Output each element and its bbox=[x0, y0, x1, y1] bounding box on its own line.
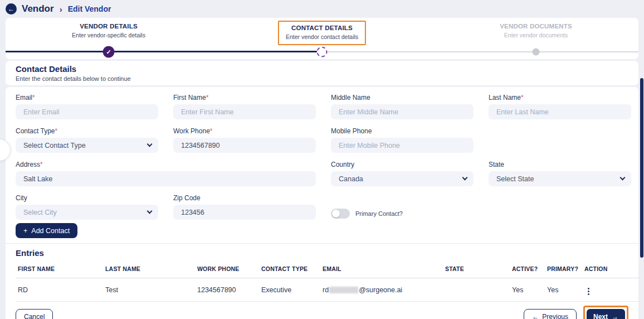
required-marker: * bbox=[55, 127, 58, 135]
col-action: ACTION bbox=[582, 261, 640, 278]
chevron-down-icon bbox=[462, 175, 468, 181]
city-value: Select City bbox=[23, 209, 57, 216]
col-work-phone: WORK PHONE bbox=[195, 261, 259, 278]
annotation-highlight-next: Next → bbox=[583, 306, 628, 319]
primary-contact-group: Primary Contact? bbox=[331, 194, 474, 220]
page-subtitle: Enter the contact details below to conti… bbox=[16, 75, 628, 82]
previous-label: Previous bbox=[542, 313, 568, 319]
last-name-field-group: Last Name* bbox=[489, 94, 631, 119]
next-button[interactable]: Next → bbox=[587, 309, 625, 319]
zip-code-field[interactable] bbox=[173, 205, 316, 220]
step-subtitle: Enter vendor documents bbox=[500, 32, 572, 38]
contact-type-select[interactable]: Select Contact Type bbox=[16, 138, 158, 153]
stepper-progress bbox=[6, 51, 322, 52]
middle-name-field[interactable] bbox=[331, 104, 474, 119]
country-select[interactable]: Canada bbox=[331, 171, 474, 186]
step-vendor-documents[interactable]: VENDOR DOCUMENTS Enter vendor documents bbox=[500, 23, 572, 38]
zip-code-label: Zip Code bbox=[173, 194, 316, 202]
country-label: Country bbox=[331, 161, 474, 168]
col-state: STATE bbox=[443, 261, 510, 278]
arrow-left-icon: ← bbox=[532, 313, 539, 319]
cell-contact-type: Executive bbox=[259, 278, 320, 302]
address-field[interactable] bbox=[16, 171, 316, 186]
col-primary: PRIMARY? bbox=[545, 261, 582, 278]
redacted-blur bbox=[329, 287, 358, 293]
email-field-group: Email* bbox=[16, 94, 158, 119]
work-phone-label: Work Phone bbox=[173, 127, 210, 135]
email-suffix: @surgeone.ai bbox=[359, 286, 402, 294]
chevron-down-icon bbox=[620, 175, 626, 181]
cell-email: rd@surgeone.ai bbox=[320, 278, 443, 302]
footer-actions: Cancel ← Previous Next → bbox=[16, 306, 628, 319]
annotation-highlight-contact-details[interactable]: CONTACT DETAILS Enter vendor contact det… bbox=[278, 21, 366, 45]
country-value: Canada bbox=[339, 175, 363, 183]
add-contact-label: Add Contact bbox=[31, 227, 70, 235]
entries-title: Entries bbox=[16, 248, 638, 258]
address-field-group: Address* bbox=[16, 161, 316, 186]
address-label: Address bbox=[16, 161, 40, 168]
cell-primary: Yes bbox=[545, 278, 582, 302]
cancel-button[interactable]: Cancel bbox=[16, 309, 53, 319]
state-label: State bbox=[489, 161, 631, 168]
required-marker: * bbox=[32, 94, 35, 102]
step-subtitle: Enter vendor contact details bbox=[286, 33, 358, 40]
required-marker: * bbox=[40, 161, 43, 168]
step-title: VENDOR DOCUMENTS bbox=[500, 23, 572, 30]
vertical-scrollbar[interactable] bbox=[640, 78, 643, 258]
cancel-label: Cancel bbox=[24, 313, 45, 319]
cell-active: Yes bbox=[510, 278, 545, 302]
col-active: ACTIVE? bbox=[510, 261, 545, 278]
step-completed-check-icon: ✓ bbox=[103, 46, 115, 58]
email-label: Email bbox=[16, 94, 32, 102]
mobile-phone-label: Mobile Phone bbox=[331, 127, 474, 135]
step-title: CONTACT DETAILS bbox=[286, 25, 358, 31]
cell-state bbox=[443, 278, 510, 302]
back-icon[interactable]: ← bbox=[6, 3, 17, 14]
state-field-group: State Select State bbox=[489, 161, 631, 186]
wizard-stepper: VENDOR DETAILS Enter vendor-specific det… bbox=[6, 18, 638, 59]
toggle-knob bbox=[332, 210, 340, 218]
contact-type-label: Contact Type bbox=[16, 127, 55, 135]
col-email: EMAIL bbox=[320, 261, 443, 278]
cell-work-phone: 1234567890 bbox=[195, 278, 259, 302]
state-select[interactable]: Select State bbox=[489, 171, 631, 186]
step-current-dot-icon bbox=[317, 47, 328, 57]
plus-icon: + bbox=[23, 227, 27, 235]
contact-type-field-group: Contact Type* Select Contact Type bbox=[16, 127, 158, 153]
zip-code-field-group: Zip Code bbox=[173, 194, 316, 220]
next-label: Next bbox=[593, 313, 608, 319]
required-marker: * bbox=[521, 94, 524, 102]
breadcrumb-current: Edit Vendor bbox=[68, 4, 111, 13]
work-phone-field-group: Work Phone* bbox=[173, 127, 316, 153]
last-name-label: Last Name bbox=[489, 94, 521, 102]
city-field-group: City Select City bbox=[16, 194, 158, 220]
work-phone-field[interactable] bbox=[173, 138, 316, 153]
last-name-field[interactable] bbox=[489, 104, 631, 119]
mobile-phone-field-group: Mobile Phone bbox=[331, 127, 474, 153]
divider bbox=[6, 243, 638, 244]
breadcrumb-root[interactable]: Vendor bbox=[22, 3, 54, 14]
primary-contact-label: Primary Contact? bbox=[355, 210, 403, 217]
kebab-menu-icon[interactable] bbox=[584, 287, 593, 296]
table-row: RD Test 1234567890 Executive rd@surgeone… bbox=[16, 278, 640, 302]
city-select[interactable]: Select City bbox=[16, 205, 158, 220]
middle-name-label: Middle Name bbox=[331, 94, 474, 102]
cell-action bbox=[582, 278, 640, 302]
country-field-group: Country Canada bbox=[331, 161, 474, 186]
mobile-phone-field[interactable] bbox=[331, 138, 474, 153]
entries-table: FIRST NAME LAST NAME WORK PHONE CONTACT … bbox=[16, 261, 640, 302]
primary-contact-toggle[interactable] bbox=[331, 209, 350, 219]
cell-last-name: Test bbox=[103, 278, 195, 302]
first-name-field[interactable] bbox=[173, 104, 316, 119]
step-vendor-details[interactable]: VENDOR DETAILS Enter vendor-specific det… bbox=[72, 23, 145, 38]
previous-button[interactable]: ← Previous bbox=[524, 309, 577, 319]
step-title: VENDOR DETAILS bbox=[72, 23, 145, 30]
col-first-name: FIRST NAME bbox=[16, 261, 103, 278]
add-contact-button[interactable]: + Add Contact bbox=[16, 223, 77, 238]
chevron-down-icon bbox=[147, 209, 153, 214]
page-title: Contact Details bbox=[16, 64, 628, 74]
email-prefix: rd bbox=[323, 286, 329, 294]
first-name-field-group: First Name* bbox=[173, 94, 316, 119]
email-field[interactable] bbox=[16, 104, 158, 119]
breadcrumb-separator-icon: › bbox=[60, 4, 62, 14]
